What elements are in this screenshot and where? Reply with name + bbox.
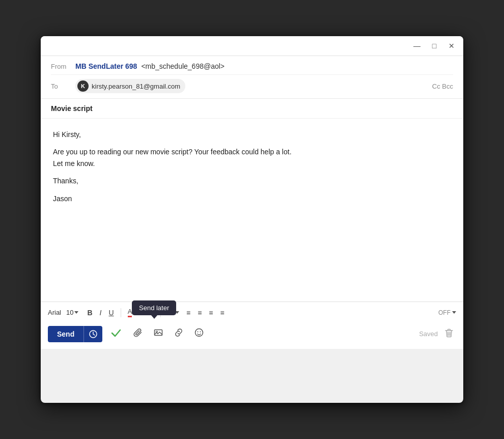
from-label: From bbox=[51, 63, 71, 70]
body-greeting: Hi Kirsty, bbox=[53, 129, 451, 140]
highlight-color-button[interactable]: A bbox=[142, 307, 156, 318]
off-chevron-icon bbox=[452, 311, 456, 314]
font-name-label: Arial bbox=[48, 309, 61, 316]
avatar: K bbox=[77, 80, 89, 92]
image-icon bbox=[154, 328, 163, 337]
align-icon: ☰ bbox=[167, 309, 174, 317]
font-color-icon: A bbox=[128, 308, 132, 317]
from-row: From MB SendLater 698 <mb_schedule_698@a… bbox=[51, 56, 453, 74]
separator bbox=[121, 308, 121, 317]
bold-button[interactable]: B bbox=[85, 307, 95, 318]
outdent-icon: ≡ bbox=[220, 309, 224, 317]
outdent-button[interactable]: ≡ bbox=[217, 307, 227, 318]
unordered-list-icon: ≡ bbox=[198, 309, 202, 317]
highlight-icon: A bbox=[144, 309, 149, 316]
font-color-chevron-icon bbox=[133, 311, 137, 314]
emoji-icon bbox=[194, 328, 204, 337]
sender-email: <mb_schedule_698@aol> bbox=[141, 62, 225, 70]
cc-bcc-button[interactable]: Cc Bcc bbox=[432, 83, 453, 90]
subject-text: Movie script bbox=[51, 104, 93, 113]
minimize-button[interactable]: — bbox=[412, 41, 422, 50]
svg-point-4 bbox=[198, 332, 199, 333]
send-button[interactable]: Send bbox=[48, 326, 83, 342]
body-thanks: Thanks, bbox=[53, 175, 451, 186]
sender-name: MB SendLater 698 bbox=[75, 62, 137, 70]
indent-button[interactable]: ≡ bbox=[206, 307, 215, 318]
saved-label: Saved bbox=[419, 330, 438, 338]
emoji-button[interactable] bbox=[191, 326, 207, 342]
link-icon bbox=[174, 328, 183, 337]
action-bar: Send later Send bbox=[48, 322, 456, 347]
recipient-email: kirsty.pearson_81@gmail.com bbox=[92, 83, 180, 90]
body-signature: Jason bbox=[53, 193, 451, 204]
attach-button[interactable] bbox=[130, 326, 146, 342]
unordered-list-button[interactable]: ≡ bbox=[195, 307, 204, 318]
font-color-button[interactable]: A bbox=[125, 306, 140, 319]
clock-icon bbox=[89, 330, 97, 338]
svg-point-3 bbox=[195, 329, 203, 337]
link-button[interactable] bbox=[171, 326, 187, 342]
svg-point-5 bbox=[200, 332, 201, 333]
delete-button[interactable] bbox=[442, 326, 456, 342]
underline-button[interactable]: U bbox=[106, 307, 117, 318]
checkmark-icon bbox=[110, 327, 122, 338]
toolbar-area: Arial 10 B I U A A ☰ bbox=[41, 301, 463, 349]
done-button[interactable] bbox=[106, 325, 126, 343]
svg-point-2 bbox=[156, 331, 158, 333]
font-size-selector[interactable]: 10 bbox=[66, 309, 78, 316]
svg-rect-1 bbox=[155, 330, 162, 336]
align-chevron-icon bbox=[175, 311, 179, 314]
to-label: To bbox=[51, 83, 71, 90]
title-bar: — □ ✕ bbox=[41, 36, 463, 56]
indent-icon: ≡ bbox=[209, 309, 213, 317]
ordered-list-icon: ≡ bbox=[186, 309, 190, 317]
ordered-list-button[interactable]: ≡ bbox=[184, 307, 193, 318]
highlight-chevron-icon bbox=[150, 311, 154, 314]
off-toggle[interactable]: OFF bbox=[438, 309, 456, 316]
close-button[interactable]: ✕ bbox=[447, 41, 456, 50]
window-controls: — □ ✕ bbox=[412, 41, 456, 50]
formatting-toolbar: Arial 10 B I U A A ☰ bbox=[48, 306, 456, 322]
trash-icon bbox=[445, 328, 453, 338]
recipient-chip[interactable]: K kirsty.pearson_81@gmail.com bbox=[75, 79, 185, 93]
to-row: To K kirsty.pearson_81@gmail.com Cc Bcc bbox=[51, 74, 453, 98]
maximize-button[interactable]: □ bbox=[430, 41, 439, 50]
align-button[interactable]: ☰ bbox=[165, 307, 182, 318]
font-size-chevron-icon bbox=[74, 311, 78, 314]
send-group: Send bbox=[48, 326, 102, 342]
email-compose-window: — □ ✕ From MB SendLater 698 <mb_schedule… bbox=[41, 36, 463, 403]
body-content: Are you up to reading our new movie scri… bbox=[53, 146, 451, 169]
subject-row: Movie script bbox=[41, 98, 463, 118]
italic-button[interactable]: I bbox=[97, 307, 104, 318]
separator2 bbox=[160, 308, 161, 317]
paperclip-icon bbox=[133, 328, 143, 337]
send-later-button[interactable] bbox=[83, 326, 102, 342]
email-body[interactable]: Hi Kirsty, Are you up to reading our new… bbox=[41, 118, 463, 301]
email-header: From MB SendLater 698 <mb_schedule_698@a… bbox=[41, 56, 463, 98]
image-button[interactable] bbox=[150, 326, 166, 342]
